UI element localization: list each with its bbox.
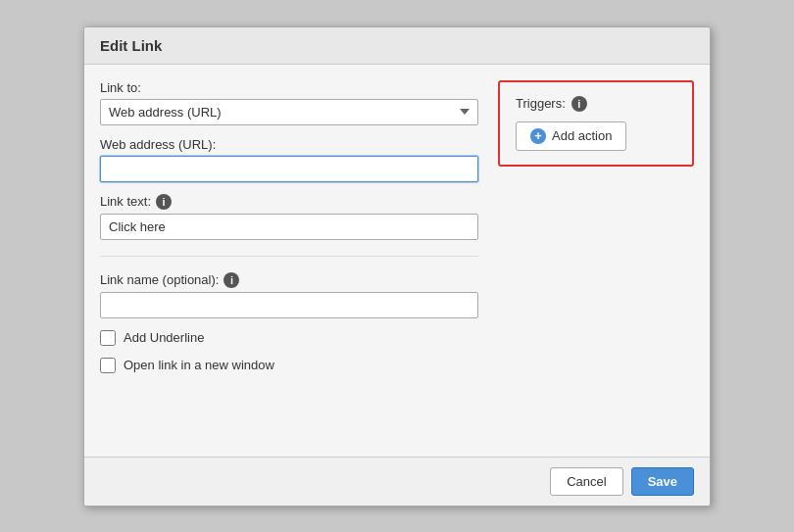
add-underline-group: Add Underline xyxy=(100,330,478,346)
web-address-label: Web address (URL): xyxy=(100,137,478,152)
right-panel: Triggers: i + Add action xyxy=(498,80,694,441)
cancel-button[interactable]: Cancel xyxy=(550,467,622,496)
triggers-box: Triggers: i + Add action xyxy=(498,80,694,167)
link-text-info-icon: i xyxy=(156,194,172,210)
add-underline-checkbox[interactable] xyxy=(100,330,116,346)
dialog-title: Edit Link xyxy=(84,27,710,65)
link-to-select[interactable]: Web address (URL) xyxy=(100,99,478,125)
link-name-info-icon: i xyxy=(223,272,239,288)
save-button[interactable]: Save xyxy=(631,467,694,496)
add-underline-label[interactable]: Add Underline xyxy=(124,330,204,345)
link-name-group: Link name (optional): i xyxy=(100,272,478,318)
link-text-label: Link text: i xyxy=(100,194,478,210)
add-action-button[interactable]: + Add action xyxy=(516,121,626,151)
link-to-label: Link to: xyxy=(100,80,478,95)
dialog-footer: Cancel Save xyxy=(84,457,710,506)
link-name-input[interactable] xyxy=(100,292,478,318)
triggers-info-icon: i xyxy=(571,96,587,112)
link-text-group: Link text: i xyxy=(100,194,478,240)
add-action-label: Add action xyxy=(552,128,612,143)
web-address-input[interactable] xyxy=(100,156,478,182)
divider-1 xyxy=(100,256,478,257)
link-name-label: Link name (optional): i xyxy=(100,272,478,288)
web-address-group: Web address (URL): xyxy=(100,137,478,182)
open-new-window-group: Open link in a new window xyxy=(100,358,478,373)
edit-link-dialog: Edit Link Link to: Web address (URL) Web… xyxy=(83,26,711,507)
open-new-window-label[interactable]: Open link in a new window xyxy=(124,358,274,372)
dialog-body: Link to: Web address (URL) Web address (… xyxy=(84,65,710,457)
triggers-header: Triggers: i xyxy=(516,96,587,112)
open-new-window-checkbox[interactable] xyxy=(100,358,116,373)
link-text-input[interactable] xyxy=(100,214,478,240)
triggers-label: Triggers: xyxy=(516,96,566,111)
plus-icon: + xyxy=(530,128,546,144)
link-to-group: Link to: Web address (URL) xyxy=(100,80,478,125)
left-panel: Link to: Web address (URL) Web address (… xyxy=(100,80,478,441)
